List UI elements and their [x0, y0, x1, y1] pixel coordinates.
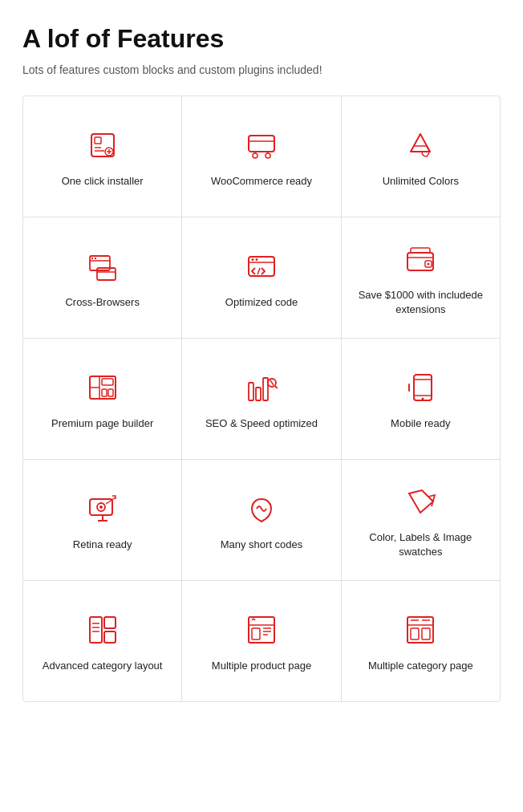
- svg-rect-63: [411, 628, 419, 639]
- svg-point-10: [266, 153, 270, 158]
- feature-cell-seo-speed: SEO & Speed optimized: [182, 339, 341, 459]
- feature-cell-one-click-installer: One click installer: [23, 96, 182, 217]
- feature-label-save-extensions: Save $1000 with includede extensions: [351, 288, 490, 317]
- multiple-category-icon: [403, 612, 438, 648]
- svg-rect-7: [249, 136, 274, 152]
- svg-point-26: [428, 262, 430, 265]
- feature-label-multiple-category: Multiple category page: [368, 659, 473, 673]
- svg-line-38: [270, 380, 274, 385]
- svg-point-16: [94, 258, 95, 259]
- feature-cell-color-labels: Color, Labels & Image swatches: [342, 460, 500, 580]
- feature-label-mobile-ready: Mobile ready: [391, 416, 450, 431]
- feature-label-seo-speed: SEO & Speed optimized: [205, 416, 318, 431]
- svg-rect-39: [414, 375, 432, 400]
- feature-label-woocommerce-ready: WooCommerce ready: [211, 174, 312, 189]
- feature-label-unlimited-colors: Unlimited Colors: [383, 174, 459, 189]
- unlimited-colors-icon: [403, 128, 438, 163]
- feature-row-4: Advanced category layout Multiple produc…: [23, 581, 500, 701]
- feature-cell-retina-ready: Retina ready: [23, 460, 182, 580]
- svg-point-22: [255, 258, 257, 261]
- feature-cell-unlimited-colors: Unlimited Colors: [342, 96, 500, 217]
- feature-row-3: Retina ready Many short codes Color, Lab…: [23, 460, 500, 581]
- feature-cell-premium-page-builder: Premium page builder: [23, 339, 182, 459]
- save-extensions-icon: [403, 242, 438, 277]
- page-title: A lof of Features: [22, 24, 501, 54]
- feature-label-advanced-category: Advanced category layout: [43, 659, 163, 673]
- feature-label-multiple-product: Multiple product page: [212, 659, 311, 673]
- feature-row-1: Cross-Browsers Optimized code Save $1000…: [23, 217, 500, 339]
- optimized-code-icon: [244, 249, 279, 284]
- svg-rect-57: [252, 628, 260, 639]
- svg-rect-50: [104, 617, 116, 628]
- feature-cell-cross-browsers: Cross-Browsers: [23, 217, 182, 338]
- svg-point-15: [91, 258, 92, 259]
- premium-page-builder-icon: [85, 370, 120, 405]
- feature-cell-save-extensions: Save $1000 with includede extensions: [342, 217, 500, 338]
- feature-label-retina-ready: Retina ready: [73, 538, 132, 552]
- svg-rect-49: [90, 617, 102, 643]
- feature-label-short-codes: Many short codes: [221, 538, 303, 552]
- mobile-ready-icon: [403, 370, 438, 405]
- feature-row-0: One click installer WooCommerce ready Un…: [23, 96, 500, 217]
- feature-label-one-click-installer: One click installer: [62, 174, 144, 189]
- features-grid: One click installer WooCommerce ready Un…: [22, 95, 501, 702]
- feature-cell-advanced-category: Advanced category layout: [23, 581, 182, 701]
- feature-cell-multiple-category: Multiple category page: [342, 581, 500, 701]
- feature-cell-mobile-ready: Mobile ready: [342, 339, 500, 459]
- svg-line-37: [275, 386, 278, 388]
- short-codes-icon: [244, 491, 279, 526]
- retina-ready-icon: [85, 491, 120, 526]
- advanced-category-icon: [85, 612, 120, 648]
- one-click-installer-icon: [85, 128, 120, 163]
- feature-cell-multiple-product: Multiple product page: [182, 581, 341, 701]
- feature-cell-woocommerce-ready: WooCommerce ready: [182, 96, 341, 217]
- woocommerce-ready-icon: [244, 128, 279, 163]
- svg-rect-30: [102, 379, 113, 385]
- svg-rect-51: [104, 631, 116, 643]
- svg-rect-34: [256, 388, 261, 400]
- feature-row-2: Premium page builder SEO & Speed optimiz…: [23, 339, 500, 460]
- svg-point-9: [253, 153, 257, 158]
- cross-browsers-icon: [85, 249, 120, 284]
- svg-rect-1: [95, 137, 101, 144]
- page-subtitle: Lots of features custom blocks and custo…: [22, 63, 501, 76]
- feature-label-premium-page-builder: Premium page builder: [51, 416, 153, 431]
- feature-cell-optimized-code: Optimized code: [182, 217, 341, 338]
- seo-speed-icon: [244, 370, 279, 405]
- svg-point-21: [251, 258, 253, 261]
- svg-rect-32: [108, 389, 113, 396]
- multiple-product-icon: [244, 612, 279, 648]
- svg-rect-64: [422, 628, 430, 639]
- feature-cell-short-codes: Many short codes: [182, 460, 341, 580]
- svg-rect-33: [249, 383, 253, 400]
- svg-rect-31: [102, 389, 107, 396]
- svg-rect-35: [263, 378, 268, 400]
- svg-point-42: [422, 397, 424, 400]
- svg-line-23: [257, 268, 260, 274]
- feature-label-color-labels: Color, Labels & Image swatches: [351, 530, 490, 559]
- feature-label-optimized-code: Optimized code: [225, 295, 298, 310]
- feature-label-cross-browsers: Cross-Browsers: [65, 295, 139, 310]
- color-labels-icon: [403, 484, 438, 519]
- svg-point-48: [99, 505, 103, 509]
